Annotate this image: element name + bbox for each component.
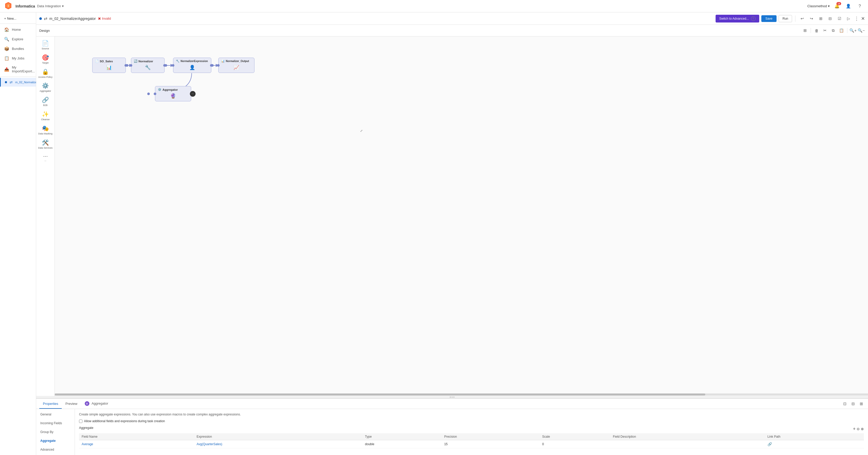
cell-scale: 0	[540, 440, 611, 448]
panel-expand-button[interactable]: ⊡	[841, 400, 848, 407]
node-so-sales[interactable]: 📄 SO_Sales 📊	[92, 58, 126, 73]
tab-preview[interactable]: Preview	[62, 399, 81, 409]
palette-cleanse[interactable]: ✨ Cleanse	[36, 109, 55, 122]
target-palette-icon: 🎯	[42, 54, 49, 61]
help-button[interactable]: ?	[856, 2, 864, 10]
canvas-expand-button[interactable]: ⤢	[360, 129, 363, 133]
copy-button[interactable]: ⧉	[830, 27, 837, 34]
more-palette-label: ···	[44, 160, 46, 162]
palette-target[interactable]: 🎯 Target	[36, 53, 55, 66]
more-options-button[interactable]: ⋮	[854, 16, 859, 22]
props-nav-general[interactable]: General	[36, 410, 75, 419]
new-button[interactable]: + New...	[0, 15, 36, 23]
aggregator-more-button[interactable]: ···	[190, 91, 195, 97]
more-palette-icon: ⋯	[43, 153, 48, 159]
node-normalizer-output-title: 📊 Normalizer_Output	[221, 59, 252, 63]
panel-collapse-button[interactable]: ⊟	[849, 400, 857, 407]
normalizer-expression-icon: 🔧	[176, 59, 180, 63]
expression-link[interactable]: Avg(QuarterSales)	[196, 442, 222, 446]
move-row-button[interactable]: ⊗	[861, 426, 864, 432]
export-button[interactable]: ⊟	[827, 15, 834, 22]
normalizer-expression-out-port[interactable]	[210, 64, 213, 67]
content-area: ⇄ m_02_NormalizerAggregator ✖ Invalid Sw…	[36, 12, 868, 455]
props-nav-aggregate[interactable]: Aggregate	[36, 436, 75, 445]
switch-advanced-button[interactable]: Switch to Advanced... ?	[716, 15, 759, 23]
palette-data-masking[interactable]: 🎭 Data Masking	[36, 123, 55, 137]
node-so-sales-title: 📄 SO_Sales	[95, 59, 123, 63]
source-palette-label: Source	[41, 47, 49, 50]
canvas-svg-area[interactable]: 📄 SO_Sales 📊 🔄 Nor	[55, 36, 868, 396]
panel-fullscreen-button[interactable]: ⊞	[858, 400, 865, 407]
col-expression: Expression	[194, 433, 363, 440]
aggregate-table: Field Name Expression Type Precision Sca…	[79, 433, 864, 448]
sidebar-item-my-jobs[interactable]: 📋 My Jobs	[0, 54, 36, 63]
user-button[interactable]: 👤	[844, 2, 852, 10]
aggregator-in-port[interactable]	[154, 92, 156, 95]
sidebar-item-bundles[interactable]: 📦 Bundles	[0, 44, 36, 54]
sidebar-item-home[interactable]: 🏠 Home	[0, 25, 36, 34]
tab-aggregator[interactable]: ⚙ Aggregator	[81, 399, 112, 409]
normalizer-in-port[interactable]	[130, 64, 132, 67]
org-selector[interactable]: Classmethod ▾	[807, 4, 830, 8]
tab-properties[interactable]: Properties	[39, 399, 62, 409]
nav-right: Classmethod ▾ 🔔 13 👤 ?	[807, 2, 864, 10]
svg-point-9	[147, 92, 150, 95]
node-normalizer-expression[interactable]: 🔧 NormalizerExpression 👤	[173, 58, 211, 73]
save-button[interactable]: Save	[761, 15, 777, 22]
palette-data-services[interactable]: 🛠️ Data Services	[36, 138, 55, 151]
design-area: Design ⊞ 🗑 ✂ ⧉ 📋 🔍+ 🔍−	[36, 25, 868, 455]
zoom-out-button[interactable]: 🔍−	[858, 27, 865, 34]
node-normalizer-output[interactable]: 📊 Normalizer_Output 📈	[218, 58, 254, 73]
data-services-palette-label: Data Services	[38, 147, 53, 149]
palette-source[interactable]: 📄 Source	[36, 38, 55, 52]
import-button[interactable]: ⊞	[817, 15, 824, 22]
props-nav-incoming-fields[interactable]: Incoming Fields	[36, 419, 75, 428]
props-nav-group-by[interactable]: Group By	[36, 428, 75, 436]
delete-button[interactable]: 🗑	[813, 27, 820, 34]
panel-right-icons: ⊡ ⊟ ⊞	[841, 400, 865, 407]
normalizer-output-in-port[interactable]	[217, 64, 220, 67]
remove-row-button[interactable]: ⊖	[857, 426, 860, 432]
preview-button[interactable]: ▷	[845, 15, 852, 22]
so-sales-out-port[interactable]	[125, 64, 127, 67]
paste-button[interactable]: 📋	[838, 27, 845, 34]
close-button[interactable]: ✕	[861, 16, 865, 22]
notifications-button[interactable]: 🔔 13	[833, 2, 841, 10]
undo-button[interactable]: ↩	[799, 15, 806, 22]
node-aggregator[interactable]: ⚙️ Aggregator 🔮 ···	[155, 86, 191, 101]
sidebar-item-recent-mapping[interactable]: ⇄ m_02_Normalizer...	[0, 78, 36, 87]
node-normalizer-expression-title: 🔧 NormalizerExpression	[176, 59, 209, 63]
normalizer-expression-in-port[interactable]	[172, 64, 175, 67]
link-path-icon[interactable]: 🔗	[768, 442, 772, 446]
cut-button[interactable]: ✂	[821, 27, 829, 34]
node-normalizer[interactable]: 🔄 Normalizer 🔧	[131, 58, 164, 73]
access-policy-palette-label: Access Policy	[38, 76, 53, 79]
palette-access-policy[interactable]: 🔒 Access Policy	[36, 67, 55, 80]
sidebar-item-my-import-export[interactable]: 📤 My Import/Export...	[0, 63, 36, 76]
zoom-in-button[interactable]: 🔍+	[849, 27, 857, 34]
horizontal-scrollbar[interactable]	[55, 394, 868, 396]
run-button[interactable]: Run	[779, 15, 792, 22]
app-module[interactable]: Data Integration ▾	[37, 4, 64, 8]
add-row-button[interactable]: +	[853, 426, 856, 432]
main-layout: + New... 🏠 Home 🔍 Explore 📦 Bundles 📋 My…	[0, 12, 868, 455]
notification-badge: 13	[836, 2, 841, 5]
palette-more[interactable]: ⋯ ···	[36, 152, 55, 164]
sidebar-item-explore[interactable]: 🔍 Explore	[0, 34, 36, 44]
validate-button[interactable]: ☑	[836, 15, 843, 22]
switch-help-icon[interactable]: ?	[751, 16, 755, 21]
grid-view-button[interactable]: ⊞	[801, 27, 809, 34]
field-name-link[interactable]: Average	[82, 442, 93, 446]
redo-button[interactable]: ↪	[808, 15, 815, 22]
panel-resize-handle[interactable]	[36, 396, 868, 398]
allow-additional-fields-checkbox[interactable]	[79, 420, 83, 423]
table-header-row: Field Name Expression Type Precision Sca…	[79, 433, 864, 440]
props-nav-advanced[interactable]: Advanced	[36, 445, 75, 454]
palette-b2b[interactable]: 🔗 B2B	[36, 95, 55, 108]
palette-aggregator[interactable]: ⚙️ Aggregator	[36, 81, 55, 94]
invalid-icon: ✖	[98, 17, 101, 21]
scrollbar-thumb[interactable]	[55, 394, 705, 396]
home-icon: 🏠	[4, 27, 9, 32]
normalizer-out-port[interactable]	[163, 64, 166, 67]
active-dot	[5, 81, 7, 83]
